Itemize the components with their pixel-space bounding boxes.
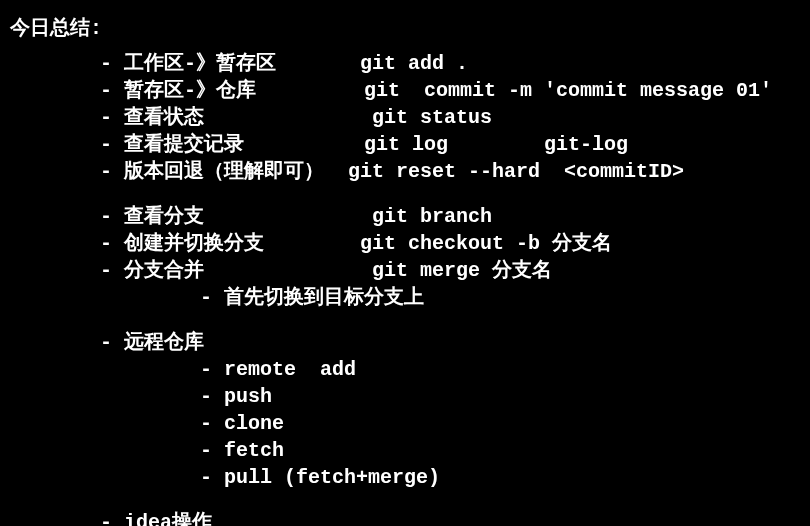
item-push: - push xyxy=(10,383,800,410)
item-merge: - 分支合并 git merge 分支名 xyxy=(10,257,800,284)
blank-line xyxy=(10,185,800,203)
summary-title: 今日总结: xyxy=(10,15,800,42)
item-pull: - pull (fetch+merge) xyxy=(10,464,800,491)
item-checkout: - 创建并切换分支 git checkout -b 分支名 xyxy=(10,230,800,257)
item-fetch: - fetch xyxy=(10,437,800,464)
item-merge-note: - 首先切换到目标分支上 xyxy=(10,284,800,311)
item-stage-to-repo: - 暂存区-》仓库 git commit -m 'commit message … xyxy=(10,77,800,104)
item-reset: - 版本回退（理解即可） git reset --hard <commitID> xyxy=(10,158,800,185)
item-working-to-stage: - 工作区-》暂存区 git add . xyxy=(10,50,800,77)
item-branch: - 查看分支 git branch xyxy=(10,203,800,230)
item-idea: - idea操作 xyxy=(10,509,800,526)
item-clone: - clone xyxy=(10,410,800,437)
item-log: - 查看提交记录 git log git-log xyxy=(10,131,800,158)
blank-line xyxy=(10,311,800,329)
blank-line xyxy=(10,491,800,509)
item-remote: - 远程仓库 xyxy=(10,329,800,356)
item-status: - 查看状态 git status xyxy=(10,104,800,131)
item-remote-add: - remote add xyxy=(10,356,800,383)
